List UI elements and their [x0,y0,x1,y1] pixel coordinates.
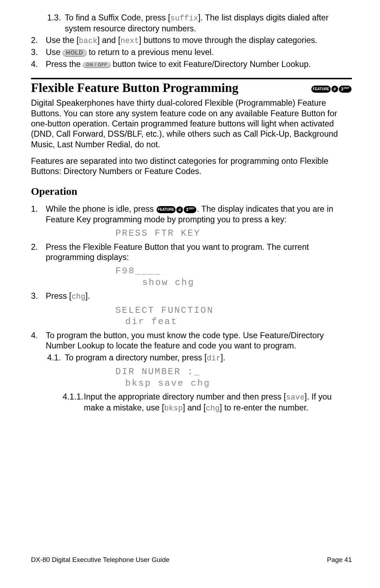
softkey-bksp: bksp [164,404,183,413]
step-text: Input the appropriate directory number a… [84,392,352,413]
lcd-display: PRESS FTR KEY [115,228,352,239]
onoff-button-icon: ON / OFF [83,62,110,68]
list-item-4: 4. Press the ON / OFF button twice to ex… [31,59,352,69]
text: Press [ [46,291,71,301]
key-digit: 3 [341,87,343,92]
text: Input the appropriate directory number a… [84,392,286,401]
lcd-line: dir feat [115,316,352,328]
step-4-1: 4.1. To program a directory number, pres… [31,353,352,364]
text: ] to re-enter the number. [220,403,308,412]
list-number: 2. [31,35,46,46]
three-key-icon: 3DEF [339,86,352,92]
section-paragraph-2: Features are separated into two distinct… [31,156,352,177]
three-key-icon: 3DEF [184,206,196,213]
section-heading: Flexible Feature Button Programming FEAT… [31,80,352,96]
list-number: 4. [31,59,46,69]
list-item-2: 2. Use the [back] and [next] buttons to … [31,35,352,46]
key-letters: DEF [189,207,194,210]
keycap-group: FEATURE#3DEF [311,80,352,96]
footer-left: DX-80 Digital Executive Telephone User G… [31,556,170,564]
softkey-chg: chg [206,404,220,413]
text: While the phone is idle, press [46,204,156,213]
step-text: Press the Flexible Feature Button that y… [46,242,352,263]
step-1: 1. While the phone is idle, press FEATUR… [31,204,352,225]
lcd-line: SELECT FUNCTION [115,305,214,316]
text: button twice to exit Feature/Directory N… [110,60,311,69]
text: Press the [46,60,83,69]
step-2: 2. Press the Flexible Feature Button tha… [31,242,352,263]
hash-key-icon: # [176,206,183,213]
step-4-1-1: 4.1.1. Input the appropriate directory n… [31,392,352,413]
lcd-display: SELECT FUNCTION dir feat [115,305,352,328]
step-4: 4. To program the button, you must know … [31,330,352,351]
list-number: 3. [31,47,46,57]
text: ] and [ [97,36,120,45]
text: ] buttons to move through the display ca… [139,36,317,45]
text: ] and [ [183,403,205,412]
step-text: To program the button, you must know the… [46,330,352,351]
softkey-suffix: suffix [170,14,198,23]
softkey-back: back [79,37,97,45]
step-number: 4.1. [47,353,65,364]
lcd-line: bksp save chg [115,378,352,389]
list-item-1-3: 1.3. To find a Suffix Code, press [suffi… [31,13,352,34]
softkey-dir: dir [207,354,221,363]
softkey-save: save [286,393,305,402]
list-item-3: 3. Use HOLD to return to a previous menu… [31,47,352,57]
operation-heading: Operation [31,185,352,198]
keycap-group: FEATURE#3DEF [156,204,197,213]
lcd-line: show chg [115,277,352,289]
step-text: While the phone is idle, press FEATURE#3… [46,204,352,225]
step-text: Press [chg]. [46,291,352,302]
list-text: Use HOLD to return to a previous menu le… [46,47,352,57]
lcd-line: F98____ [115,266,161,276]
feature-key-icon: FEATURE [157,206,176,213]
step-number: 4.1.1. [63,392,84,413]
key-letters: DEF [344,86,349,89]
hash-key-icon: # [331,86,338,92]
list-text: Use the [back] and [next] buttons to mov… [46,35,352,46]
key-digit: 3 [186,207,188,212]
page-footer: DX-80 Digital Executive Telephone User G… [31,556,352,564]
softkey-next: next [120,37,139,45]
section-paragraph-1: Digital Speakerphones have thirty dual-c… [31,98,352,150]
step-3: 3. Press [chg]. [31,291,352,302]
step-number: 1. [31,204,46,225]
softkey-chg: chg [71,292,86,301]
text: Use [46,48,63,57]
text: to return to a previous menu level. [87,48,214,57]
step-number: 4. [31,330,46,351]
step-text: To program a directory number, press [di… [65,353,352,364]
text: ]. [221,353,225,362]
section-rule [31,78,352,79]
text: ]. [86,291,90,301]
list-number: 1.3. [47,13,65,34]
feature-key-icon: FEATURE [311,86,330,93]
lcd-display: F98____ show chg [115,265,352,288]
section-title: Flexible Feature Button Programming [31,80,239,96]
list-text: Press the ON / OFF button twice to exit … [46,59,352,69]
text: To program a directory number, press [ [65,353,207,362]
list-text: To find a Suffix Code, press [suffix]. T… [65,13,352,34]
footer-right: Page 41 [327,556,352,564]
text: Use the [ [46,36,79,45]
step-number: 2. [31,242,46,263]
lcd-line: PRESS FTR KEY [115,228,201,239]
text: To find a Suffix Code, press [ [65,13,170,22]
lcd-display: DIR NUMBER :_ bksp save chg [115,366,352,389]
page-content: 1.3. To find a Suffix Code, press [suffi… [31,13,352,413]
step-number: 3. [31,291,46,302]
hold-button-icon: HOLD [63,49,86,56]
lcd-line: DIR NUMBER :_ [115,366,201,377]
